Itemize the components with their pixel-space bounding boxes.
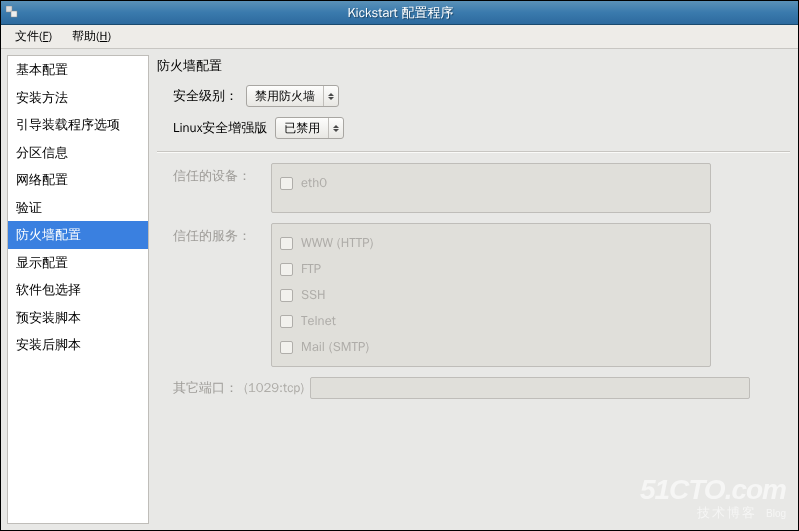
other-ports-label: 其它端口： <box>173 379 238 397</box>
trusted-services-section: 信任的服务： WWW (HTTP) FTP SSH Telnet <box>157 219 790 373</box>
checkbox-row-mail: Mail (SMTP) <box>280 334 702 360</box>
content-area: 基本配置 安装方法 引导装载程序选项 分区信息 网络配置 验证 防火墙配置 显示… <box>1 49 798 530</box>
checkbox-mail <box>280 341 293 354</box>
checkbox-row-ssh: SSH <box>280 282 702 308</box>
trusted-services-group: WWW (HTTP) FTP SSH Telnet Mail (SMTP) <box>271 223 711 367</box>
other-ports-row: 其它端口： (1029:tcp) <box>157 373 790 405</box>
sidebar-item-install[interactable]: 安装方法 <box>8 84 148 112</box>
checkbox-row-www: WWW (HTTP) <box>280 230 702 256</box>
selinux-label: Linux安全增强版 <box>173 119 267 137</box>
checkbox-label-www: WWW (HTTP) <box>301 234 374 252</box>
trusted-devices-section: 信任的设备： eth0 <box>157 159 790 219</box>
dropdown-arrows-icon <box>328 118 339 138</box>
security-level-value: 禁用防火墙 <box>255 88 315 105</box>
menu-file[interactable]: 文件(F) <box>5 25 62 48</box>
checkbox-label-mail: Mail (SMTP) <box>301 338 369 356</box>
checkbox-row-telnet: Telnet <box>280 308 702 334</box>
checkbox-ssh <box>280 289 293 302</box>
checkbox-row-ftp: FTP <box>280 256 702 282</box>
checkbox-label-ftp: FTP <box>301 260 321 278</box>
sidebar-item-packages[interactable]: 软件包选择 <box>8 276 148 304</box>
security-level-label: 安全级别： <box>173 87 238 105</box>
sidebar-item-auth[interactable]: 验证 <box>8 194 148 222</box>
sidebar: 基本配置 安装方法 引导装载程序选项 分区信息 网络配置 验证 防火墙配置 显示… <box>7 55 149 524</box>
main-panel: 防火墙配置 安全级别： 禁用防火墙 Linux安全增强版 已禁用 信任的设备： … <box>149 49 798 530</box>
sidebar-item-bootloader[interactable]: 引导装载程序选项 <box>8 111 148 139</box>
menubar: 文件(F) 帮助(H) <box>1 25 798 49</box>
checkbox-row-eth0: eth0 <box>280 170 702 196</box>
security-level-dropdown[interactable]: 禁用防火墙 <box>246 85 339 107</box>
sidebar-item-firewall[interactable]: 防火墙配置 <box>8 221 148 249</box>
selinux-value: 已禁用 <box>284 120 320 137</box>
section-title: 防火墙配置 <box>157 55 790 81</box>
trusted-devices-group: eth0 <box>271 163 711 213</box>
sidebar-item-network[interactable]: 网络配置 <box>8 166 148 194</box>
security-level-row: 安全级别： 禁用防火墙 <box>157 81 790 113</box>
sidebar-item-display[interactable]: 显示配置 <box>8 249 148 277</box>
app-icon <box>5 5 21 21</box>
checkbox-eth0 <box>280 177 293 190</box>
checkbox-label-eth0: eth0 <box>301 174 327 192</box>
window-titlebar: Kickstart 配置程序 <box>1 1 798 25</box>
trusted-services-label: 信任的服务： <box>173 223 251 367</box>
checkbox-ftp <box>280 263 293 276</box>
svg-rect-1 <box>11 11 17 17</box>
trusted-devices-label: 信任的设备： <box>173 163 251 213</box>
dropdown-arrows-icon <box>323 86 334 106</box>
sidebar-item-prescript[interactable]: 预安装脚本 <box>8 304 148 332</box>
menu-help[interactable]: 帮助(H) <box>62 25 121 48</box>
sidebar-item-basic[interactable]: 基本配置 <box>8 56 148 84</box>
sidebar-item-partition[interactable]: 分区信息 <box>8 139 148 167</box>
selinux-dropdown[interactable]: 已禁用 <box>275 117 344 139</box>
sidebar-item-postscript[interactable]: 安装后脚本 <box>8 331 148 359</box>
checkbox-telnet <box>280 315 293 328</box>
checkbox-www <box>280 237 293 250</box>
other-ports-hint: (1029:tcp) <box>244 379 304 397</box>
separator <box>157 151 790 153</box>
checkbox-label-telnet: Telnet <box>301 312 336 330</box>
checkbox-label-ssh: SSH <box>301 286 326 304</box>
other-ports-input <box>310 377 750 399</box>
selinux-row: Linux安全增强版 已禁用 <box>157 113 790 145</box>
window-title: Kickstart 配置程序 <box>27 4 794 22</box>
